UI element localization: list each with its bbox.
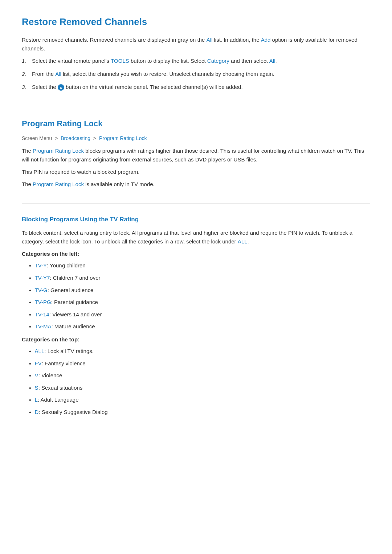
list-item: ALL: Lock all TV ratings.	[29, 347, 370, 356]
section1-intro: Restore removed channels. Removed channe…	[22, 36, 370, 53]
step1-num: 1.	[22, 57, 32, 65]
categories-top-label: Categories on the top:	[22, 335, 370, 344]
section1-intro-text: Restore removed channels. Removed channe…	[22, 37, 207, 43]
section2-para3: The Program Rating Lock is available onl…	[22, 180, 370, 189]
all-link: ALL	[238, 238, 248, 245]
section-divider	[22, 106, 370, 106]
list-item: D: Sexually Suggestive Dialog	[29, 408, 370, 417]
list-item: TV-Y7: Children 7 and over	[29, 274, 370, 283]
breadcrumb-broadcasting: Broadcasting	[61, 135, 90, 141]
list-item: TV-MA: Mature audience	[29, 322, 370, 332]
all-top-label: ALL	[35, 347, 45, 356]
section1-add-link: Add	[261, 37, 271, 43]
tv-y7-label: TV-Y7	[35, 274, 50, 282]
breadcrumb: Screen Menu > Broadcasting > Program Rat…	[22, 134, 370, 142]
step1-content: Select the virtual remote panel's TOOLS …	[32, 57, 370, 65]
section1-title: Restore Removed Channels	[22, 15, 370, 30]
list-item: L: Adult Language	[29, 395, 370, 405]
breadcrumb-chevron1: >	[55, 135, 58, 141]
section2-title: Program Rating Lock	[22, 117, 370, 130]
tv-ma-label: TV-MA	[35, 322, 52, 331]
list-item: TV-14: Viewers 14 and over	[29, 310, 370, 320]
breadcrumb-program-rating-lock: Program Rating Lock	[99, 135, 147, 141]
list-item: V: Violence	[29, 371, 370, 381]
v-label: V	[35, 371, 38, 380]
step-3: 3. Select the c button on the virtual re…	[22, 83, 370, 91]
section1-intro-mid: list. In addition, the	[212, 37, 261, 43]
tv-y-label: TV-Y	[35, 261, 47, 270]
section3-intro: To block content, select a rating entry …	[22, 229, 370, 246]
step2-num: 2.	[22, 70, 32, 78]
list-item: TV-PG: Parental guidance	[29, 298, 370, 307]
s-label: S	[35, 383, 38, 392]
section2-para2: This PIN is required to watch a blocked …	[22, 168, 370, 176]
blue-c-button: c	[58, 84, 64, 91]
step2-content: From the All list, select the channels y…	[32, 70, 370, 78]
section-blocking-programs: Blocking Programs Using the TV Rating To…	[22, 214, 370, 417]
categories-left-label: Categories on the left:	[22, 250, 370, 258]
section-restore-channels: Restore Removed Channels Restore removed…	[22, 15, 370, 91]
fv-label: FV	[35, 359, 42, 368]
list-item: S: Sexual situations	[29, 383, 370, 393]
program-rating-lock-link2: Program Rating Lock	[33, 181, 84, 187]
categories-top-list: ALL: Lock all TV ratings. FV: Fantasy vi…	[22, 347, 370, 417]
list-item: FV: Fantasy violence	[29, 359, 370, 369]
tv-14-label: TV-14	[35, 310, 49, 319]
categories-left-list: TV-Y: Young children TV-Y7: Children 7 a…	[22, 261, 370, 332]
tv-g-label: TV-G	[35, 286, 48, 295]
section2-para1: The Program Rating Lock blocks programs …	[22, 147, 370, 164]
section-program-rating-lock: Program Rating Lock Screen Menu > Broadc…	[22, 117, 370, 189]
breadcrumb-prefix: Screen Menu	[22, 135, 52, 141]
section1-all-link: All	[207, 37, 213, 43]
d-label: D	[35, 408, 39, 416]
section1-steps: 1. Select the virtual remote panel's TOO…	[22, 57, 370, 91]
section3-title: Blocking Programs Using the TV Rating	[22, 214, 370, 224]
breadcrumb-chevron2: >	[93, 135, 96, 141]
step-1: 1. Select the virtual remote panel's TOO…	[22, 57, 370, 65]
program-rating-lock-link1: Program Rating Lock	[33, 148, 84, 154]
step-2: 2. From the All list, select the channel…	[22, 70, 370, 78]
l-label: L	[35, 395, 38, 404]
list-item: TV-Y: Young children	[29, 261, 370, 271]
tv-pg-label: TV-PG	[35, 298, 51, 307]
list-item: TV-G: General audience	[29, 286, 370, 295]
step3-content: Select the c button on the virtual remot…	[32, 83, 370, 91]
section-divider2	[22, 203, 370, 204]
step3-num: 3.	[22, 83, 32, 91]
